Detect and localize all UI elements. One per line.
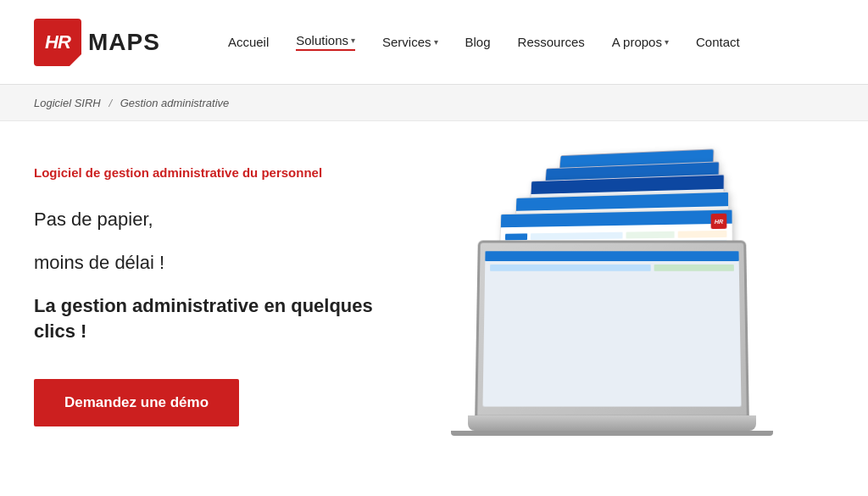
nav-item-solutions[interactable]: Solutions ▾ [296,33,355,51]
hero-illustration: HR [390,164,834,435]
logo-link[interactable]: HR MAPS [34,19,160,66]
hero-line-1: Pas de papier, [34,207,373,233]
breadcrumb-bar: Logiciel SIRH / Gestion administrative [0,85,868,121]
chevron-down-icon: ▾ [351,36,355,45]
logo-icon-text: HR [45,31,70,53]
nav-item-ressources[interactable]: Ressources [518,35,585,49]
logo-text: MAPS [88,29,160,56]
site-header: HR MAPS Accueil Solutions ▾ Services ▾ B… [0,0,868,85]
nav-item-blog[interactable]: Blog [465,35,491,49]
demo-request-button[interactable]: Demandez une démo [34,379,239,426]
chevron-down-icon: ▾ [434,37,438,47]
main-nav: Accueil Solutions ▾ Services ▾ Blog Ress… [228,33,834,51]
breadcrumb-separator: / [108,97,112,109]
breadcrumb: Logiciel SIRH / Gestion administrative [34,97,229,109]
main-content: Logiciel de gestion administrative du pe… [0,121,868,477]
breadcrumb-parent-link[interactable]: Logiciel SIRH [34,97,101,109]
laptop-screen [475,241,749,418]
laptop-graphic: HR [442,176,782,431]
nav-item-accueil[interactable]: Accueil [228,35,269,49]
tagline: Logiciel de gestion administrative du pe… [34,164,373,181]
nav-item-contact[interactable]: Contact [696,35,740,49]
nav-item-services[interactable]: Services ▾ [382,35,438,49]
chevron-down-icon: ▾ [665,37,669,47]
breadcrumb-current: Gestion administrative [120,97,230,109]
hero-line-3: La gestion administrative en quelques cl… [34,293,373,346]
screen-inner [483,251,741,406]
mini-logo-icon: HR [711,214,727,229]
nav-item-apropos[interactable]: A propos ▾ [612,35,669,49]
hero-line-2: moins de délai ! [34,250,373,276]
hero-text-area: Logiciel de gestion administrative du pe… [34,164,390,426]
laptop-base [468,415,756,431]
logo-icon: HR [34,19,81,66]
